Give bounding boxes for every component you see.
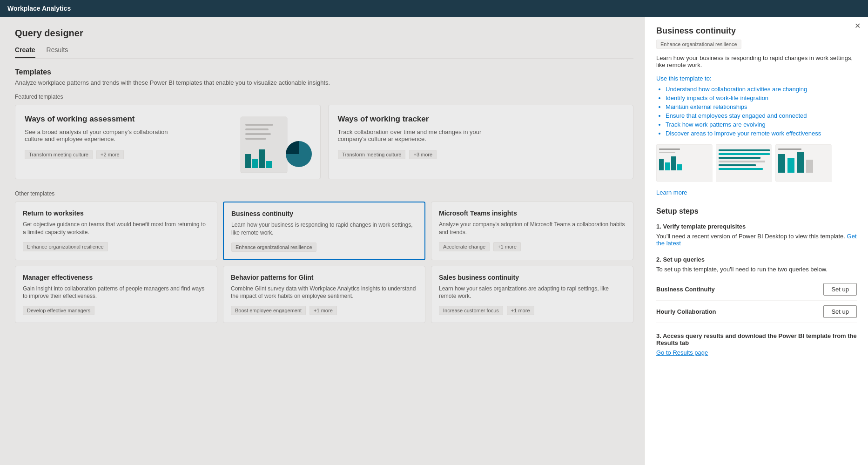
template-card-2-title: Microsoft Teams insights	[439, 209, 626, 217]
featured-card-0[interactable]: Ways of working assessment See a broad a…	[15, 105, 321, 179]
bullet-0: Understand how collaboration activities …	[666, 86, 857, 93]
svg-rect-8	[266, 161, 272, 168]
template-card-2-tags: Accelerate change +1 more	[439, 242, 626, 251]
template-card-5-tag-0: Increase customer focus	[439, 306, 503, 315]
featured-card-0-title: Ways of working assessment	[25, 115, 196, 124]
svg-rect-15	[671, 156, 676, 170]
svg-rect-23	[719, 168, 763, 170]
tab-results[interactable]: Results	[47, 46, 68, 58]
template-card-3-tag-0: Develop effective managers	[23, 306, 94, 315]
template-card-4-title: Behavior patterns for Glint	[231, 274, 417, 281]
template-card-5[interactable]: Sales business continuity Learn how your…	[431, 266, 633, 323]
svg-rect-5	[245, 154, 251, 168]
step-1-desc: You'll need a recent version of Power BI…	[656, 233, 857, 247]
page-title: Query designer	[15, 28, 633, 39]
featured-templates-row: Ways of working assessment See a broad a…	[15, 105, 633, 179]
top-nav: Workplace Analytics	[0, 0, 868, 17]
svg-rect-4	[245, 138, 266, 140]
right-panel: ✕ Business continuity Enhance organizati…	[645, 17, 868, 465]
template-card-4-desc: Combine Glint survey data with Workplace…	[231, 285, 417, 301]
preview-thumb-2	[775, 144, 831, 182]
template-card-2-tag-1: +1 more	[493, 242, 521, 251]
svg-rect-19	[719, 153, 770, 155]
template-card-0-tag-0: Enhance organizational resilience	[23, 242, 108, 251]
setup-btn-0[interactable]: Set up	[823, 283, 857, 296]
template-card-5-tags: Increase customer focus +1 more	[439, 306, 626, 315]
template-card-5-title: Sales business continuity	[439, 274, 626, 281]
template-card-0-title: Return to worksites	[23, 209, 209, 217]
learn-more-link[interactable]: Learn more	[656, 189, 857, 196]
svg-rect-26	[778, 154, 785, 173]
svg-rect-6	[252, 159, 258, 168]
template-card-2-tag-0: Accelerate change	[439, 242, 490, 251]
svg-rect-27	[787, 158, 794, 173]
featured-card-0-desc: See a broad analysis of your company's c…	[25, 128, 182, 142]
setup-title: Setup steps	[656, 207, 857, 216]
app-title: Workplace Analytics	[7, 5, 71, 12]
svg-rect-2	[245, 128, 269, 130]
query-0-name: Business Continuity	[656, 286, 715, 293]
tabs: Create Results	[15, 46, 633, 59]
template-card-5-desc: Learn how your sales organizations are a…	[439, 285, 626, 301]
close-icon[interactable]: ✕	[855, 22, 861, 30]
featured-card-1-tag-1: +3 more	[409, 150, 437, 159]
query-row-1: Hourly Collaboration Set up	[656, 301, 857, 323]
go-results-link[interactable]: Go to Results page	[656, 349, 708, 356]
svg-rect-12	[659, 152, 675, 153]
templates-title: Templates	[15, 68, 633, 76]
svg-rect-28	[797, 152, 804, 173]
template-card-1-tags: Enhance organizational resilience	[231, 243, 417, 252]
use-this-label: Use this template to:	[656, 75, 857, 82]
templates-grid: Return to worksites Get objective guidan…	[15, 202, 633, 323]
template-card-5-tag-1: +1 more	[507, 306, 534, 315]
template-card-0-desc: Get objective guidance on teams that wou…	[23, 221, 209, 236]
step-1-heading: 1. Verify template prerequisites	[656, 223, 857, 230]
template-card-3-desc: Gain insight into collaboration patterns…	[23, 285, 209, 301]
card-illustration-0	[238, 115, 313, 175]
template-card-0-tags: Enhance organizational resilience	[23, 242, 209, 251]
featured-card-0-tag-1: +2 more	[96, 150, 124, 159]
featured-card-1-desc: Track collaboration over time and me cha…	[338, 128, 495, 142]
panel-previews	[656, 144, 857, 182]
bullet-1: Identify impacts of work-life integratio…	[666, 94, 857, 101]
setup-step-2: 2. Set up queries To set up this templat…	[656, 256, 857, 323]
featured-card-1-tag-0: Transform meeting culture	[338, 150, 406, 159]
query-rows: Business Continuity Set up Hourly Collab…	[656, 278, 857, 323]
bullet-list: Understand how collaboration activities …	[656, 86, 857, 137]
template-card-4-tag-0: Boost employee engagement	[231, 306, 306, 315]
panel-title: Business continuity	[656, 26, 857, 36]
svg-rect-21	[719, 161, 765, 162]
template-card-0[interactable]: Return to worksites Get objective guidan…	[15, 202, 217, 260]
svg-rect-13	[659, 159, 664, 170]
template-card-4-tags: Boost employee engagement +1 more	[231, 306, 417, 315]
tab-create[interactable]: Create	[15, 46, 35, 58]
svg-rect-29	[806, 160, 813, 173]
featured-card-0-tag-0: Transform meeting culture	[25, 150, 93, 159]
svg-rect-1	[245, 124, 273, 126]
bullet-3: Ensure that employees stay engaged and c…	[666, 112, 857, 119]
template-card-3[interactable]: Manager effectiveness Gain insight into …	[15, 266, 217, 323]
query-row-0: Business Continuity Set up	[656, 278, 857, 301]
bullet-2: Maintain external relationships	[666, 103, 857, 110]
step-2-desc: To set up this template, you'll need to …	[656, 266, 857, 273]
template-card-4-tag-1: +1 more	[310, 306, 337, 315]
svg-rect-14	[665, 162, 670, 170]
featured-card-1-title: Ways of working tracker	[338, 115, 510, 124]
svg-rect-20	[719, 157, 760, 159]
panel-tag: Enhance organizational resilience	[656, 40, 741, 49]
svg-rect-22	[719, 164, 756, 166]
template-card-1[interactable]: Business continuity Learn how your busin…	[223, 202, 425, 260]
setup-btn-1[interactable]: Set up	[823, 305, 857, 318]
template-card-3-title: Manager effectiveness	[23, 274, 209, 281]
svg-rect-7	[259, 149, 265, 168]
query-1-name: Hourly Collaboration	[656, 308, 716, 315]
featured-card-1[interactable]: Ways of working tracker Track collaborat…	[328, 105, 634, 179]
step-2-heading: 2. Set up queries	[656, 256, 857, 263]
left-content: Query designer Create Results Templates …	[0, 17, 645, 465]
other-label: Other templates	[15, 190, 633, 197]
main-layout: Query designer Create Results Templates …	[0, 17, 868, 465]
setup-step-1: 1. Verify template prerequisites You'll …	[656, 223, 857, 247]
svg-rect-18	[719, 149, 770, 151]
template-card-4[interactable]: Behavior patterns for Glint Combine Glin…	[223, 266, 425, 323]
template-card-2[interactable]: Microsoft Teams insights Analyze your co…	[431, 202, 633, 260]
